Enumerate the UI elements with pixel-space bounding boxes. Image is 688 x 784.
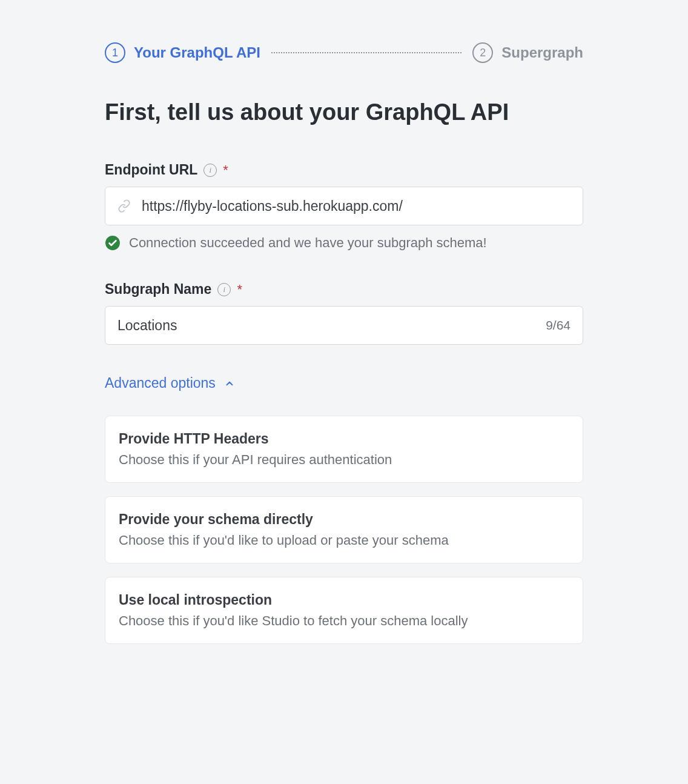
step-2-label: Supergraph bbox=[501, 44, 583, 61]
subgraph-input[interactable] bbox=[117, 317, 535, 334]
option-http-headers[interactable]: Provide HTTP Headers Choose this if your… bbox=[105, 416, 583, 483]
option-provide-schema[interactable]: Provide your schema directly Choose this… bbox=[105, 496, 583, 563]
endpoint-input-wrap[interactable] bbox=[105, 187, 583, 225]
subgraph-field: Subgraph Name i * 9/64 bbox=[105, 281, 583, 345]
option-desc: Choose this if your API requires authent… bbox=[119, 452, 569, 468]
info-icon[interactable]: i bbox=[203, 164, 217, 177]
step-indicator: 1 Your GraphQL API 2 Supergraph bbox=[105, 42, 583, 63]
option-desc: Choose this if you'd like Studio to fetc… bbox=[119, 613, 569, 629]
page-title: First, tell us about your GraphQL API bbox=[105, 99, 583, 125]
endpoint-label: Endpoint URL bbox=[105, 162, 197, 178]
option-title: Use local introspection bbox=[119, 592, 569, 608]
option-title: Provide HTTP Headers bbox=[119, 431, 569, 447]
step-2-number: 2 bbox=[472, 42, 493, 63]
subgraph-input-wrap[interactable]: 9/64 bbox=[105, 306, 583, 345]
endpoint-status: Connection succeeded and we have your su… bbox=[129, 235, 487, 251]
step-connector bbox=[271, 52, 461, 53]
advanced-options-toggle[interactable]: Advanced options bbox=[105, 375, 583, 391]
option-title: Provide your schema directly bbox=[119, 511, 569, 528]
check-success-icon bbox=[105, 235, 121, 251]
step-2[interactable]: 2 Supergraph bbox=[472, 42, 583, 63]
required-indicator: * bbox=[223, 162, 228, 178]
step-1[interactable]: 1 Your GraphQL API bbox=[105, 42, 260, 63]
subgraph-label: Subgraph Name bbox=[105, 281, 211, 297]
link-icon bbox=[117, 199, 131, 213]
char-counter: 9/64 bbox=[546, 318, 571, 333]
advanced-label: Advanced options bbox=[105, 375, 216, 391]
endpoint-field: Endpoint URL i * Connection succeeded an… bbox=[105, 162, 583, 251]
required-indicator: * bbox=[237, 282, 242, 297]
endpoint-input[interactable] bbox=[142, 198, 571, 214]
option-local-introspection[interactable]: Use local introspection Choose this if y… bbox=[105, 577, 583, 644]
option-desc: Choose this if you'd like to upload or p… bbox=[119, 533, 569, 548]
step-1-label: Your GraphQL API bbox=[134, 44, 260, 61]
chevron-up-icon bbox=[224, 378, 235, 389]
info-icon[interactable]: i bbox=[217, 283, 231, 296]
step-1-number: 1 bbox=[105, 42, 125, 63]
